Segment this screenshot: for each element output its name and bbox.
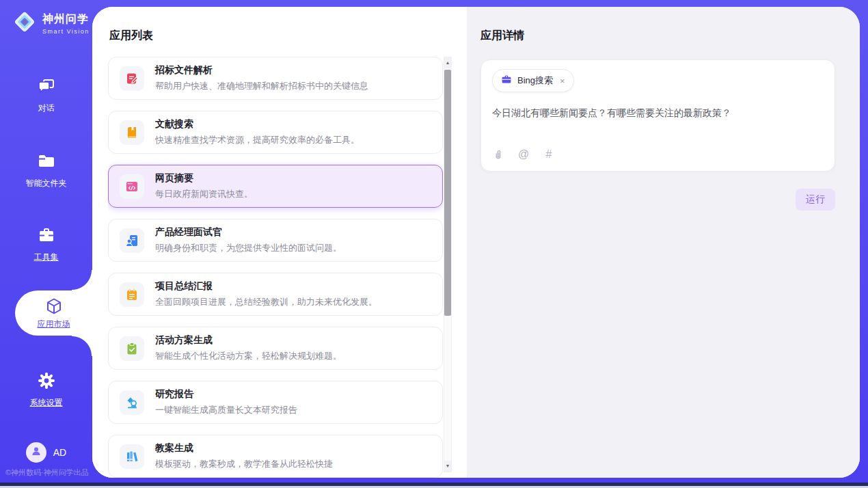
app-card-desc: 每日政府新闻资讯快查。 [155, 188, 253, 200]
brand-subtitle: Smart Vision [42, 28, 90, 35]
app-card[interactable]: 网页摘要 每日政府新闻资讯快查。 [108, 165, 443, 208]
app-detail-title: 应用详情 [480, 29, 835, 43]
attachment-icon[interactable] [492, 148, 504, 161]
sidebar-item-app-market[interactable]: 应用市场 [15, 290, 92, 336]
sidebar-item-label: 工具集 [0, 252, 92, 263]
run-button[interactable]: 运行 [796, 189, 835, 211]
mention-icon[interactable]: @ [517, 148, 530, 161]
app-card-desc: 模板驱动，教案秒成，教学准备从此轻松快捷 [155, 458, 333, 470]
app-card-title: 项目总结汇报 [155, 280, 377, 293]
hash-icon[interactable]: # [543, 148, 555, 161]
sidebar-item-toolset[interactable]: 工具集 [0, 226, 92, 263]
folder-icon [37, 152, 56, 171]
query-card: Bing搜索 × 今日湖北有哪些新闻要点？有哪些需要关注的最新政策？ @ # [480, 59, 835, 172]
app-card-desc: 帮助用户快速、准确地理解和解析招标书中的关键信息 [155, 80, 368, 92]
app-card[interactable]: 项目总结汇报 全面回顾项目进展，总结经验教训，助力未来优化发展。 [108, 273, 443, 316]
sidebar-item-label: 应用市场 [38, 318, 70, 330]
sidebar-item-settings[interactable]: 系统设置 [0, 371, 92, 409]
sidebar-item-chat[interactable]: 对话 [0, 77, 92, 114]
web-window-icon [120, 174, 144, 199]
scroll-up-icon[interactable]: ▲ [444, 57, 451, 68]
interview-icon [120, 228, 144, 253]
list-scrollbar[interactable]: ▲ ▼ [444, 57, 452, 472]
app-card-title: 文献搜索 [155, 118, 360, 131]
note-icon [120, 282, 144, 307]
scroll-down-icon[interactable]: ▼ [444, 461, 451, 472]
app-card-desc: 智能生成个性化活动方案，轻松解决规划难题。 [155, 350, 342, 362]
app-card-desc: 明确身份和职责，为您提供专业性的面试问题。 [155, 242, 342, 254]
toolbox-icon [37, 226, 56, 245]
sidebar-item-label: 智能文件夹 [0, 178, 92, 189]
app-card-title: 活动方案生成 [155, 334, 342, 347]
app-list-title: 应用列表 [109, 29, 153, 43]
app-card[interactable]: 文献搜索 快速精准查找学术资源，提高研究效率的必备工具。 [108, 111, 443, 154]
brand-logo: 神州问学 Smart Vision [12, 10, 90, 37]
user-row[interactable]: AD [0, 442, 92, 463]
app-card-desc: 一键智能生成高质量长文本研究报告 [155, 404, 297, 416]
books-icon [120, 444, 144, 469]
doc-edit-icon [120, 66, 144, 91]
app-card[interactable]: 研究报告 一键智能生成高质量长文本研究报告 [108, 381, 443, 424]
clipboard-check-icon [120, 336, 144, 361]
app-card[interactable]: 活动方案生成 智能生成个性化活动方案，轻松解决规划难题。 [108, 327, 443, 370]
app-card-title: 教案生成 [155, 442, 333, 455]
app-card-title: 网页摘要 [155, 172, 253, 185]
app-card-title: 产品经理面试官 [155, 226, 342, 239]
tool-tag-label: Bing搜索 [517, 74, 553, 87]
cube-icon [44, 297, 64, 316]
brand-name: 神州问学 [42, 12, 90, 27]
sidebar: 神州问学 Smart Vision 对话 智能文件夹 工具集 应用市场 系统设置… [0, 0, 92, 483]
user-icon [30, 445, 42, 460]
main-content: 应用列表 招标文件解析 帮助用户快速、准确地理解和解析招标书中的关键信息 文献搜… [92, 7, 860, 478]
chat-icon [37, 77, 56, 96]
app-card-desc: 快速精准查找学术资源，提高研究效率的必备工具。 [155, 134, 360, 146]
app-detail-panel: 应用详情 Bing搜索 × 今日湖北有哪些新闻要点？有哪些需要关注的最新政策？ … [467, 7, 860, 478]
app-card[interactable]: 产品经理面试官 明确身份和职责，为您提供专业性的面试问题。 [108, 219, 443, 262]
diamond-logo-icon [12, 10, 37, 37]
briefcase-icon [501, 74, 512, 87]
microscope-icon [120, 390, 144, 415]
app-card[interactable]: 教案生成 模板驱动，教案秒成，教学准备从此轻松快捷 [108, 435, 443, 478]
book-icon [120, 120, 144, 145]
copyright-text: ©神州数码·神州问学出品 [5, 467, 89, 478]
app-card-title: 招标文件解析 [155, 64, 368, 77]
close-icon[interactable]: × [560, 77, 565, 85]
app-card-list: 招标文件解析 帮助用户快速、准确地理解和解析招标书中的关键信息 文献搜索 快速精… [108, 57, 443, 478]
input-toolbar: @ # [492, 148, 824, 161]
avatar[interactable] [26, 442, 46, 463]
sidebar-item-label: 对话 [0, 103, 92, 114]
run-row: 运行 [480, 189, 835, 211]
app-card-title: 研究报告 [155, 388, 297, 401]
query-input[interactable]: 今日湖北有哪些新闻要点？有哪些需要关注的最新政策？ [492, 107, 824, 148]
app-card[interactable]: 招标文件解析 帮助用户快速、准确地理解和解析招标书中的关键信息 [108, 57, 443, 100]
sidebar-item-label: 系统设置 [0, 397, 92, 409]
gear-icon [37, 371, 56, 390]
tool-tag-bing-search[interactable]: Bing搜索 × [492, 69, 574, 92]
sidebar-item-smart-folder[interactable]: 智能文件夹 [0, 152, 92, 189]
app-card-desc: 全面回顾项目进展，总结经验教训，助力未来优化发展。 [155, 296, 377, 308]
scrollbar-thumb[interactable] [444, 70, 451, 316]
app-list-panel: 应用列表 招标文件解析 帮助用户快速、准确地理解和解析招标书中的关键信息 文献搜… [92, 7, 467, 478]
user-name: AD [53, 447, 66, 458]
